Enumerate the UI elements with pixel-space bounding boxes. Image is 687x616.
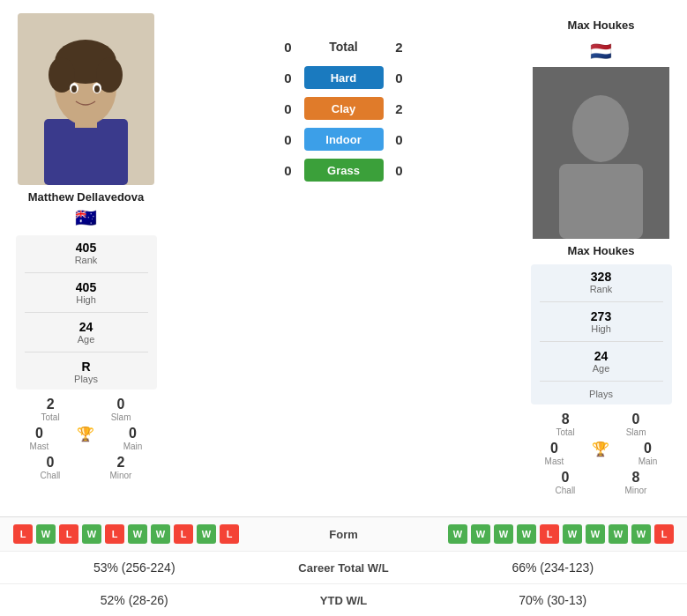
left-form-badges: LWLWLWWLWL: [13, 524, 291, 544]
left-slam: 0 Slam: [111, 397, 131, 422]
form-badge-l: L: [220, 524, 239, 544]
career-wl-label: Career Total W/L: [256, 561, 432, 575]
right-player-stats-box: 328 Rank 273 High 24 Age Plays: [531, 264, 672, 404]
right-high: 273 High: [540, 309, 663, 334]
form-badge-w: W: [563, 524, 582, 544]
form-badge-w: W: [197, 524, 216, 544]
svg-point-12: [572, 95, 629, 162]
ytd-wl-left: 52% (28-26): [13, 593, 256, 607]
form-badge-w: W: [82, 524, 101, 544]
left-trophy-icon: 🏆: [77, 426, 94, 451]
grass-row: 0 Grass 0: [172, 156, 515, 184]
right-player-name-below: Max Houkes: [568, 244, 635, 257]
left-player-photo: [18, 13, 154, 185]
total-label: Total: [304, 40, 384, 54]
form-badge-l: L: [59, 524, 78, 544]
total-row: 0 Total 2: [172, 33, 515, 61]
right-total: 8 Total: [556, 412, 575, 437]
form-badge-w: W: [586, 524, 605, 544]
form-badge-w: W: [151, 524, 170, 544]
left-total: 2 Total: [41, 397, 60, 422]
center-column: 0 Total 2 0 Hard 0 0 Clay: [168, 13, 519, 499]
right-player-name: Max Houkes: [568, 19, 635, 32]
right-trophy-icon: 🏆: [592, 441, 609, 466]
left-player-card: Matthew Dellavedova 🇦🇺 405 Rank 405 High: [9, 13, 163, 499]
form-row: LWLWLWWLWL Form WWWWLWWWWL: [0, 517, 687, 552]
bottom-stats-section: LWLWLWWLWL Form WWWWLWWWWL 53% (256-224)…: [0, 516, 687, 616]
left-player-name: Matthew Dellavedova: [28, 190, 145, 204]
right-player-card: Max Houkes 🇳🇱 Max Houkes: [524, 13, 678, 499]
left-minor: 2 Minor: [109, 455, 131, 480]
left-plays: R Plays: [25, 360, 148, 384]
clay-surface-btn: Clay: [304, 97, 384, 120]
form-badge-w: W: [631, 524, 651, 544]
right-minor: 8 Minor: [624, 470, 646, 495]
main-container: Matthew Dellavedova 🇦🇺 405 Rank 405 High: [0, 0, 687, 616]
left-main: 0 Main: [123, 426, 143, 451]
svg-rect-1: [44, 119, 128, 185]
right-player-photo: [533, 67, 669, 239]
left-player-flag: 🇦🇺: [75, 207, 97, 228]
player-comparison-section: Matthew Dellavedova 🇦🇺 405 Rank 405 High: [0, 0, 687, 512]
form-badge-l: L: [174, 524, 193, 544]
form-badge-l: L: [540, 524, 559, 544]
left-inline-stats: 2 Total 0 Slam 0 Mast 🏆: [16, 397, 157, 484]
form-badge-w: W: [471, 524, 490, 544]
form-badge-l: L: [654, 524, 674, 544]
right-inline-stats: 8 Total 0 Slam 0 Mast 🏆: [531, 412, 672, 499]
right-rank: 328 Rank: [540, 270, 663, 294]
ytd-wl-right: 70% (30-13): [432, 593, 675, 607]
left-player-stats-box: 405 Rank 405 High 24 Age R: [16, 235, 157, 390]
form-badge-w: W: [494, 524, 513, 544]
svg-point-9: [71, 85, 77, 93]
grass-surface-btn: Grass: [304, 159, 384, 182]
left-chall: 0 Chall: [41, 455, 61, 480]
ytd-wl-row: 52% (28-26) YTD W/L 70% (30-13): [0, 584, 687, 616]
clay-row: 0 Clay 2: [172, 94, 515, 122]
career-wl-right: 66% (234-123): [432, 560, 675, 575]
right-age: 24 Age: [540, 349, 663, 374]
right-plays: Plays: [540, 389, 663, 399]
form-badge-l: L: [105, 524, 124, 544]
right-chall: 0 Chall: [556, 470, 576, 495]
career-wl-row: 53% (256-224) Career Total W/L 66% (234-…: [0, 552, 687, 584]
indoor-row: 0 Indoor 0: [172, 125, 515, 153]
right-form-badges: WWWWLWWWWL: [397, 524, 675, 544]
form-badge-w: W: [448, 524, 467, 544]
form-badge-w: W: [128, 524, 147, 544]
head-to-head-rows: 0 Total 2 0 Hard 0 0 Clay: [172, 33, 515, 184]
svg-point-10: [94, 85, 100, 93]
right-mast: 0 Mast: [545, 441, 564, 466]
hard-surface-btn: Hard: [304, 66, 384, 89]
left-age: 24 Age: [25, 320, 148, 345]
left-high: 405 High: [25, 280, 148, 305]
career-wl-left: 53% (256-224): [13, 560, 256, 575]
right-slam: 0 Slam: [626, 412, 646, 437]
hard-row: 0 Hard 0: [172, 63, 515, 92]
right-main: 0 Main: [638, 441, 658, 466]
right-player-flag: 🇳🇱: [590, 41, 612, 62]
form-label: Form: [291, 528, 397, 541]
form-badge-w: W: [609, 524, 628, 544]
indoor-surface-btn: Indoor: [304, 128, 384, 151]
form-badge-w: W: [36, 524, 56, 544]
form-badge-w: W: [517, 524, 536, 544]
left-rank: 405 Rank: [25, 241, 148, 265]
svg-rect-13: [559, 164, 643, 239]
ytd-wl-label: YTD W/L: [256, 594, 432, 607]
form-badge-l: L: [13, 524, 33, 544]
left-mast: 0 Mast: [30, 426, 49, 451]
